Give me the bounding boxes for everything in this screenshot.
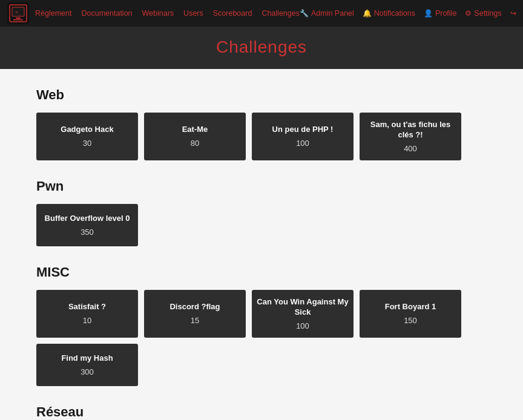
bell-icon xyxy=(363,9,372,18)
challenge-card[interactable]: Sam, ou t'as fichu les clés ?!400 xyxy=(360,113,461,160)
challenge-card[interactable]: Fort Boyard 1150 xyxy=(360,290,461,338)
challenge-points: 150 xyxy=(404,316,417,325)
exit-icon xyxy=(510,9,516,18)
challenge-points: 15 xyxy=(191,316,199,325)
wrench-icon xyxy=(300,9,309,18)
navbar: >_ Règlement Documentation Webinars User… xyxy=(0,0,523,27)
challenge-name: Un peu de PHP ! xyxy=(272,125,334,135)
page-title: Challenges xyxy=(0,38,523,57)
challenge-points: 400 xyxy=(404,144,417,153)
challenge-card[interactable]: Gadgeto Hack30 xyxy=(36,113,138,160)
user-icon xyxy=(424,9,433,18)
challenge-name: Can You Win Against My Sick xyxy=(257,297,349,318)
nav-webinars[interactable]: Webinars xyxy=(142,9,174,18)
nav-notifications[interactable]: Notifications xyxy=(363,9,415,18)
challenge-grid-pwn: Buffer Overflow level 0350 xyxy=(36,204,487,246)
challenge-name: Discord ?flag xyxy=(169,302,220,312)
category-title-reseau: Réseau xyxy=(36,404,487,420)
challenge-name: Buffer Overflow level 0 xyxy=(45,214,130,224)
challenge-grid-misc: Satisfait ?10Discord ?flag15Can You Win … xyxy=(36,290,487,386)
challenge-name: Gadgeto Hack xyxy=(61,125,113,135)
nav-profile[interactable]: Profile xyxy=(424,9,456,18)
svg-text:>_: >_ xyxy=(15,10,21,15)
category-title-misc: MISC xyxy=(36,264,487,280)
nav-users[interactable]: Users xyxy=(183,9,203,18)
challenge-name: Fort Boyard 1 xyxy=(385,302,436,312)
category-title-pwn: Pwn xyxy=(36,179,487,194)
nav-exit[interactable] xyxy=(510,9,516,18)
challenge-points: 300 xyxy=(81,367,94,376)
challenge-points: 80 xyxy=(191,139,199,148)
challenge-name: Eat-Me xyxy=(182,125,208,135)
nav-scoreboard[interactable]: Scoreboard xyxy=(213,9,252,18)
challenge-card[interactable]: Find my Hash300 xyxy=(36,344,138,386)
challenge-card[interactable]: Discord ?flag15 xyxy=(144,290,246,338)
nav-right: Admin Panel Notifications Profile Settin… xyxy=(300,9,516,18)
challenge-card[interactable]: Un peu de PHP !100 xyxy=(252,113,354,160)
nav-reglement[interactable]: Règlement xyxy=(35,9,71,18)
challenge-name: Find my Hash xyxy=(61,353,113,364)
category-pwn: PwnBuffer Overflow level 0350 xyxy=(36,179,487,246)
svg-rect-4 xyxy=(13,19,23,21)
nav-challenges[interactable]: Challenges xyxy=(262,9,300,18)
challenge-points: 100 xyxy=(296,139,309,148)
category-reseau: RéseauLa base30TCP50Exfiltration150Agent… xyxy=(36,404,487,420)
gear-icon xyxy=(465,9,472,18)
nav-links: Règlement Documentation Webinars Users S… xyxy=(35,9,300,18)
category-title-web: Web xyxy=(36,87,487,103)
challenge-card[interactable]: Buffer Overflow level 0350 xyxy=(36,204,138,246)
page-title-banner: Challenges xyxy=(0,27,523,69)
challenge-points: 100 xyxy=(296,321,309,330)
category-misc: MISCSatisfait ?10Discord ?flag15Can You … xyxy=(36,264,487,386)
challenge-card[interactable]: Can You Win Against My Sick100 xyxy=(252,290,354,338)
nav-admin-panel[interactable]: Admin Panel xyxy=(300,9,354,18)
challenge-name: Satisfait ? xyxy=(68,302,106,312)
challenge-card[interactable]: Eat-Me80 xyxy=(144,113,246,160)
challenge-points: 350 xyxy=(81,228,94,237)
challenge-points: 10 xyxy=(83,316,91,325)
challenge-grid-web: Gadgeto Hack30Eat-Me80Un peu de PHP !100… xyxy=(36,113,487,160)
nav-settings[interactable]: Settings xyxy=(465,9,501,18)
challenge-name: Sam, ou t'as fichu les clés ?! xyxy=(364,120,456,140)
main-content: WebGadgeto Hack30Eat-Me80Un peu de PHP !… xyxy=(0,69,523,420)
nav-documentation[interactable]: Documentation xyxy=(81,9,132,18)
challenge-card[interactable]: Satisfait ?10 xyxy=(36,290,138,338)
site-logo[interactable]: >_ xyxy=(7,2,29,24)
category-web: WebGadgeto Hack30Eat-Me80Un peu de PHP !… xyxy=(36,87,487,160)
svg-rect-3 xyxy=(16,18,21,19)
challenge-points: 30 xyxy=(83,139,91,148)
